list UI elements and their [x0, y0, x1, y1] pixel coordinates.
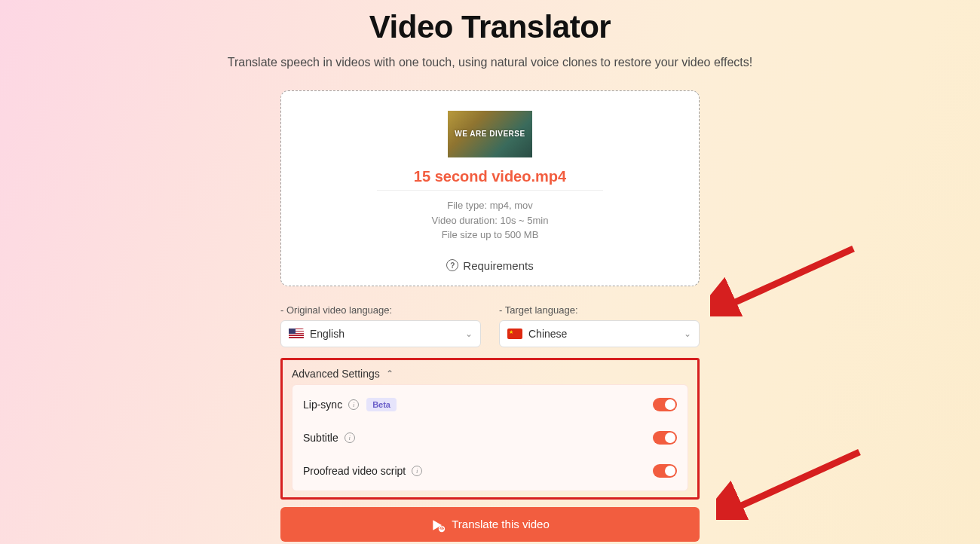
file-meta: File type: mp4, mov Video duration: 10s …	[432, 198, 549, 243]
flag-icon-us	[289, 329, 304, 339]
setting-row-subtitle: Subtitle i	[303, 421, 677, 454]
setting-row-proofread: Proofread video script i	[303, 454, 677, 487]
chevron-up-icon: ⌃	[386, 368, 394, 379]
original-language-label: - Original video language:	[280, 304, 481, 316]
chevron-down-icon: ⌄	[684, 329, 691, 339]
original-language-value: English	[310, 328, 345, 340]
file-meta-duration: Video duration: 10s ~ 5min	[432, 213, 549, 228]
upload-card[interactable]: WE ARE DIVERSE 15 second video.mp4 File …	[280, 90, 700, 286]
target-language-select[interactable]: Chinese ⌄	[499, 320, 700, 347]
translate-button[interactable]: Translate this video	[280, 507, 700, 542]
advanced-settings-toggle[interactable]: Advanced Settings ⌃	[292, 368, 688, 380]
info-icon[interactable]: i	[412, 466, 422, 476]
advanced-settings-body: Lip-sync i Beta Subtitle i Proofread vid…	[292, 384, 688, 491]
setting-label: Subtitle	[303, 432, 338, 444]
toggle-proofread[interactable]	[653, 464, 677, 478]
file-meta-type: File type: mp4, mov	[432, 198, 549, 213]
target-language-label: - Target language:	[499, 304, 700, 316]
flag-icon-cn	[507, 329, 522, 339]
page-title: Video Translator	[369, 9, 611, 45]
original-language-select[interactable]: English ⌄	[280, 320, 481, 347]
file-meta-size: File size up to 500 MB	[432, 228, 549, 243]
requirements-label: Requirements	[463, 259, 533, 272]
target-language-value: Chinese	[528, 328, 567, 340]
page-subtitle: Translate speech in videos with one touc…	[228, 56, 752, 69]
toggle-subtitle[interactable]	[653, 431, 677, 445]
requirements-link[interactable]: ? Requirements	[446, 259, 533, 272]
help-icon: ?	[446, 259, 458, 271]
beta-badge: Beta	[366, 398, 397, 411]
setting-label: Proofread video script	[303, 465, 406, 477]
setting-row-lipsync: Lip-sync i Beta	[303, 388, 677, 421]
language-row: - Original video language: English ⌄ - T…	[280, 304, 700, 347]
advanced-settings-section: Advanced Settings ⌃ Lip-sync i Beta Subt…	[280, 358, 700, 500]
translate-icon	[430, 518, 444, 531]
chevron-down-icon: ⌄	[465, 329, 473, 339]
translate-button-label: Translate this video	[452, 518, 550, 530]
info-icon[interactable]: i	[345, 432, 355, 443]
video-thumbnail: WE ARE DIVERSE	[448, 111, 532, 157]
thumbnail-caption: WE ARE DIVERSE	[455, 130, 525, 138]
divider	[377, 190, 603, 191]
setting-label: Lip-sync	[303, 399, 342, 411]
info-icon[interactable]: i	[348, 399, 359, 410]
toggle-lipsync[interactable]	[653, 398, 677, 411]
uploaded-file-name: 15 second video.mp4	[414, 168, 566, 185]
advanced-settings-label: Advanced Settings	[292, 368, 380, 380]
